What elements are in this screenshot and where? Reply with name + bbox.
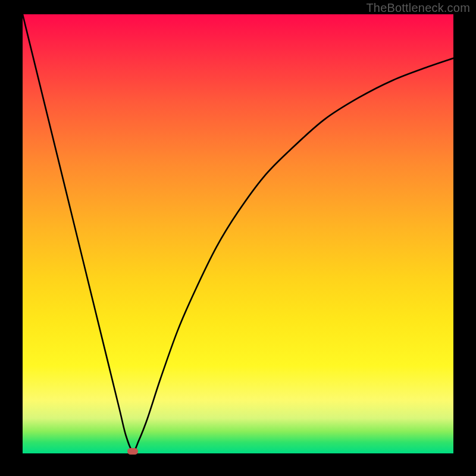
optimal-point-marker [127,448,138,455]
bottleneck-curve [23,14,453,453]
plot-area [23,14,453,453]
chart-frame: TheBottleneck.com [0,0,476,476]
watermark-text: TheBottleneck.com [366,1,470,15]
